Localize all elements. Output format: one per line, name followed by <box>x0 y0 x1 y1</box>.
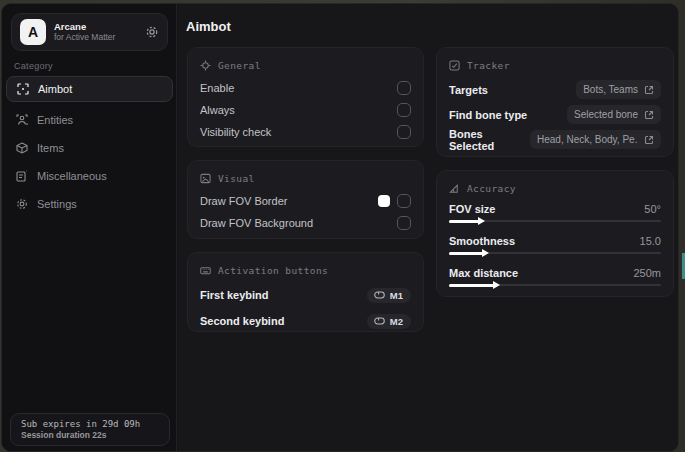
section-title: General <box>218 60 261 71</box>
setting-row-bones-selected: Bones Selected Head, Neck, Body, Pe.. <box>449 127 661 152</box>
aimbot-crosshair-icon <box>17 83 29 95</box>
section-title: Tracker <box>467 60 510 71</box>
setting-label: Max distance <box>449 267 518 279</box>
mouse-icon <box>374 291 385 299</box>
arcane-menu-window: A Arcane for Active Matter Category Aimb… <box>1 3 679 452</box>
second-keybind-button[interactable]: M2 <box>367 314 411 329</box>
sidebar-item-label: Settings <box>37 198 77 210</box>
brand-text: Arcane for Active Matter <box>54 22 137 43</box>
section-title: Activation buttons <box>218 265 328 276</box>
crosshair-icon <box>200 60 211 71</box>
main-content: Aimbot General Enable Always Visibility … <box>178 4 678 451</box>
keybind-value: M1 <box>390 290 403 301</box>
setting-label: Second keybind <box>200 315 284 327</box>
sidebar-item-miscellaneous[interactable]: Miscellaneous <box>6 164 173 188</box>
settings-icon <box>16 198 28 210</box>
sidebar-item-label: Items <box>37 142 64 154</box>
visual-section: Visual Draw FOV Border Draw FOV Backgrou… <box>187 160 424 239</box>
find-bone-type-select[interactable]: Selected bone <box>567 105 661 124</box>
setting-label: FOV size <box>449 203 495 215</box>
app-logo: A <box>20 19 46 45</box>
visibility-check-checkbox[interactable] <box>397 125 411 139</box>
sidebar-item-label: Aimbot <box>38 83 72 95</box>
visual-header: Visual <box>200 170 411 186</box>
entities-icon <box>16 114 28 126</box>
max-distance-slider-group: Max distance 250m <box>449 264 661 289</box>
sidebar-item-label: Entities <box>37 114 73 126</box>
general-header: General <box>200 57 411 73</box>
mouse-icon <box>374 317 385 325</box>
slider-value: 250m <box>633 267 661 279</box>
expand-icon <box>644 110 654 120</box>
activation-buttons-section: Activation buttons First keybind M1 Seco… <box>187 252 424 332</box>
keyboard-icon <box>200 265 211 276</box>
sidebar-item-items[interactable]: Items <box>6 136 173 160</box>
sidebar-item-entities[interactable]: Entities <box>6 108 173 132</box>
brand-card: A Arcane for Active Matter <box>11 13 168 51</box>
subscription-info-card: Sub expires in 29d 09h Session duration … <box>10 413 170 446</box>
bones-selected-select[interactable]: Head, Neck, Body, Pe.. <box>530 130 661 149</box>
setting-label: Draw FOV Border <box>200 195 287 207</box>
slider-fill <box>449 284 494 287</box>
enable-checkbox[interactable] <box>397 81 411 95</box>
setting-label: Draw FOV Background <box>200 217 313 229</box>
image-icon <box>200 173 211 184</box>
items-cube-icon <box>16 142 28 154</box>
section-title: Visual <box>218 173 255 184</box>
setting-label: Find bone type <box>449 109 527 121</box>
session-duration-text: Session duration 22s <box>21 430 159 440</box>
setting-row-always: Always <box>200 99 411 121</box>
select-value: Selected bone <box>574 109 638 120</box>
miscellaneous-icon <box>16 170 28 182</box>
setting-label: Targets <box>449 84 488 96</box>
smoothness-slider-group: Smoothness 15.0 <box>449 232 661 257</box>
setting-row-draw-fov-border: Draw FOV Border <box>200 190 411 212</box>
smoothness-slider[interactable] <box>449 249 661 257</box>
tracker-section: Tracker Targets Bots, Teams Find bone ty… <box>436 47 674 157</box>
page-title: Aimbot <box>186 19 231 34</box>
sidebar-item-settings[interactable]: Settings <box>6 192 173 216</box>
setting-row-second-keybind: Second keybind M2 <box>200 308 411 334</box>
first-keybind-button[interactable]: M1 <box>367 288 411 303</box>
fov-size-slider[interactable] <box>449 217 661 225</box>
setting-row-draw-fov-background: Draw FOV Background <box>200 212 411 234</box>
tracker-icon <box>449 60 460 71</box>
targets-select[interactable]: Bots, Teams <box>576 80 661 99</box>
always-checkbox[interactable] <box>397 103 411 117</box>
sidebar-item-aimbot[interactable]: Aimbot <box>6 76 173 102</box>
sidebar-item-label: Miscellaneous <box>37 170 107 182</box>
sidebar: A Arcane for Active Matter Category Aimb… <box>2 4 177 451</box>
general-section: General Enable Always Visibility check <box>187 47 424 147</box>
app-title: Arcane <box>54 22 137 33</box>
setting-label: Visibility check <box>200 126 271 138</box>
setting-row-find-bone-type: Find bone type Selected bone <box>449 102 661 127</box>
setting-label: First keybind <box>200 289 268 301</box>
keybind-value: M2 <box>390 316 403 327</box>
sub-expires-text: Sub expires in 29d 09h <box>21 419 159 429</box>
slider-value: 15.0 <box>640 235 661 247</box>
expand-icon <box>644 135 654 145</box>
setting-row-visibility-check: Visibility check <box>200 121 411 143</box>
activation-header: Activation buttons <box>200 262 411 278</box>
section-title: Accuracy <box>467 183 516 194</box>
app-subtitle: for Active Matter <box>54 33 137 43</box>
select-value: Bots, Teams <box>583 84 638 95</box>
draw-fov-border-checkbox[interactable] <box>397 194 411 208</box>
setting-label: Always <box>200 104 235 116</box>
setting-row-targets: Targets Bots, Teams <box>449 77 661 102</box>
accuracy-header: Accuracy <box>449 180 661 196</box>
category-label: Category <box>14 61 53 71</box>
settings-gear-icon[interactable] <box>145 25 159 39</box>
slider-fill <box>449 220 479 223</box>
slider-fill <box>449 252 483 255</box>
setting-row-enable: Enable <box>200 77 411 99</box>
setting-label: Enable <box>200 82 234 94</box>
setting-label: Bones Selected <box>449 128 530 152</box>
tracker-header: Tracker <box>449 57 661 73</box>
fov-border-color-swatch[interactable] <box>378 195 390 207</box>
expand-icon <box>644 85 654 95</box>
slider-value: 50° <box>644 203 661 215</box>
max-distance-slider[interactable] <box>449 281 661 289</box>
accuracy-section: Accuracy FOV size 50° Smoothness 15.0 <box>436 170 674 297</box>
draw-fov-background-checkbox[interactable] <box>397 216 411 230</box>
